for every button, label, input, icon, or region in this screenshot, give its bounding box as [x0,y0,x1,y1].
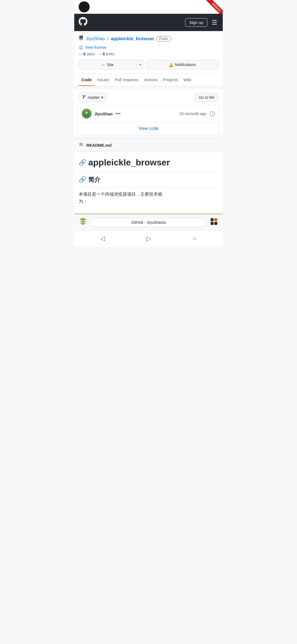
readme-list-icon [79,142,84,148]
readme-h2-divider [79,187,218,187]
branch-name: master [88,95,100,100]
star-dropdown-button[interactable]: ▾ [136,60,144,69]
repo-owner-link[interactable]: JiyuShao [86,36,105,42]
nav-bar: ◁ ▷ ○ [74,230,223,247]
view-code-link[interactable]: View code [138,126,159,131]
repo-license-row: ⚖️ View license [79,45,218,50]
menu-button[interactable]: ☰ [211,18,218,27]
readme-content: 🔗 appleickle_browser 🔗 简介 本项目是一个跨端浏览器项目，… [74,152,223,214]
commit-author[interactable]: JiyuShao [94,111,113,116]
tab-code[interactable]: Code [79,74,95,86]
star-btn-label: Star [107,62,114,67]
stats-row: ☆ 0 stars ⑂ 0 forks [79,52,218,56]
fork-icon: ⑂ [99,52,101,56]
h2-anchor-icon: 🔗 [79,176,86,183]
readme-h2-row: 🔗 简介 [79,176,218,184]
notifications-button[interactable]: 🔔 Notifications [146,60,218,69]
stars-stat: ☆ 0 stars [79,52,95,56]
repo-icon [79,36,84,42]
action-buttons: ☆ Star ▾ 🔔 Notifications [79,60,218,69]
tab-pull-requests[interactable]: Pull requests [112,74,141,86]
readme-h1-row: 🔗 appleickle_browser [79,157,218,168]
stars-count: 0 [83,52,86,56]
commit-history-icon[interactable]: 🕐 [209,111,215,117]
star-btn-icon: ☆ [101,62,105,67]
readme-header: README.md [74,138,223,152]
layers-icon[interactable] [79,217,87,228]
tabs-switcher-icon[interactable] [210,217,218,228]
view-license-link[interactable]: View license [85,45,106,50]
star-button[interactable]: ☆ Star [79,60,136,69]
github-logo[interactable] [79,17,87,28]
readme-h1-divider [79,172,218,172]
commit-row: JiyuShao ••• 33 seconds ago 🕐 [78,105,219,122]
h1-anchor-icon: 🔗 [79,159,86,166]
star-button-group: ☆ Star ▾ [79,60,144,69]
tab-issues[interactable]: Issues [95,74,112,86]
branch-row: master ▾ Go to file [74,89,223,105]
readme-h2-title: 简介 [88,176,100,184]
header-actions: Sign up ☰ [185,18,218,27]
svg-rect-3 [211,218,214,221]
commit-dots: ••• [116,111,121,117]
home-button[interactable]: ○ [188,233,201,244]
branch-dropdown-icon: ▾ [101,95,103,100]
go-to-file-button[interactable]: Go to file [195,93,218,102]
repo-tabs: Code Issues Pull requests Actions Projec… [74,74,223,86]
commit-container: JiyuShao ••• 33 seconds ago 🕐 View code [78,105,219,135]
bell-icon: 🔔 [169,62,173,67]
forks-count: 0 [103,52,105,56]
forks-label: forks [106,52,114,56]
forks-stat: ⑂ 0 forks [99,52,114,56]
commit-avatar [82,109,92,119]
repo-title-row: JiyuShao / appleickle_browser Public [79,36,218,42]
svg-rect-6 [214,222,217,225]
sign-up-button[interactable]: Sign up [185,18,207,27]
branch-button[interactable]: master ▾ [79,93,107,102]
status-bar [74,0,223,14]
readme-h1-title: appleickle_browser [88,157,170,168]
tab-wiki[interactable]: Wiki [181,74,194,86]
repo-info: JiyuShao / appleickle_browser Public ⚖️ … [74,31,223,74]
svg-rect-5 [211,222,214,225]
stars-label: stars [87,52,95,56]
visibility-badge: Public [156,36,171,42]
status-circle [79,1,90,12]
github-header: Sign up ☰ [74,14,223,31]
repo-separator: / [107,36,109,42]
repo-name-link[interactable]: appleickle_browser [111,36,154,42]
notifications-label: Notifications [175,62,196,67]
url-bar[interactable]: GitHub - JiyuShao/a [91,218,206,227]
readme-filename: README.md [86,143,112,148]
tab-projects[interactable]: Projects [160,74,181,86]
view-code-row: View code [78,122,219,135]
commit-time: 33 seconds ago [179,111,207,116]
tab-actions[interactable]: Actions [141,74,160,86]
forward-button[interactable]: ▷ [142,233,156,244]
star-icon: ☆ [79,52,82,56]
svg-rect-4 [214,218,217,221]
branch-icon [82,95,86,100]
back-button[interactable]: ◁ [96,233,109,244]
license-icon: ⚖️ [79,45,83,50]
readme-paragraph: 本项目是一个跨端浏览器项目，主要技术栈为： [79,191,218,205]
svg-point-1 [85,111,88,114]
code-section: master ▾ Go to file JiyuShao ••• 33 seco… [74,89,223,135]
bottom-toolbar: GitHub - JiyuShao/a [74,214,223,230]
